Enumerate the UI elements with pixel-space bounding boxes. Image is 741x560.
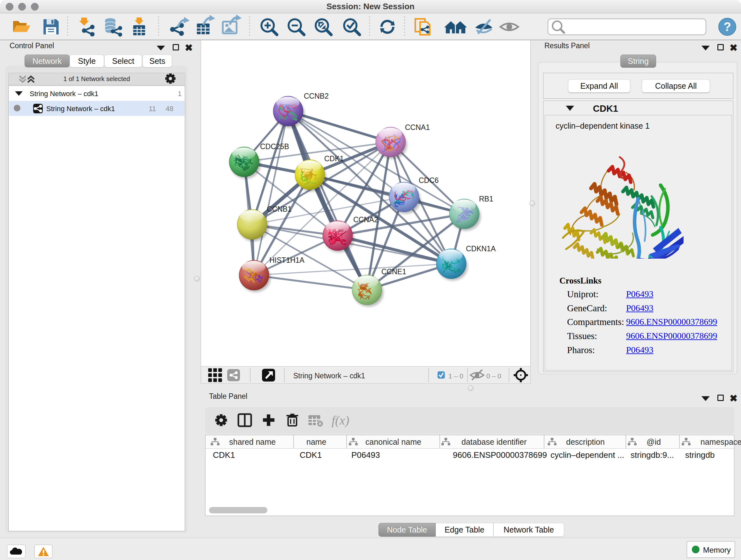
svg-text:CCNB1: CCNB1 bbox=[267, 205, 292, 213]
svg-text:?: ? bbox=[724, 20, 731, 34]
svg-text:HIST1H1A: HIST1H1A bbox=[269, 256, 305, 264]
svg-text:CCNA1: CCNA1 bbox=[405, 123, 430, 132]
svg-text:CDKN1A: CDKN1A bbox=[466, 245, 496, 253]
svg-text:CCNE1: CCNE1 bbox=[381, 267, 406, 276]
svg-text:CCNA2: CCNA2 bbox=[353, 215, 378, 224]
svg-text:RB1: RB1 bbox=[479, 195, 493, 203]
svg-text:CDC25B: CDC25B bbox=[260, 142, 289, 151]
svg-text:CDC6: CDC6 bbox=[419, 176, 439, 185]
svg-text:CDK1: CDK1 bbox=[324, 154, 344, 163]
svg-text:CCNB2: CCNB2 bbox=[304, 92, 329, 100]
